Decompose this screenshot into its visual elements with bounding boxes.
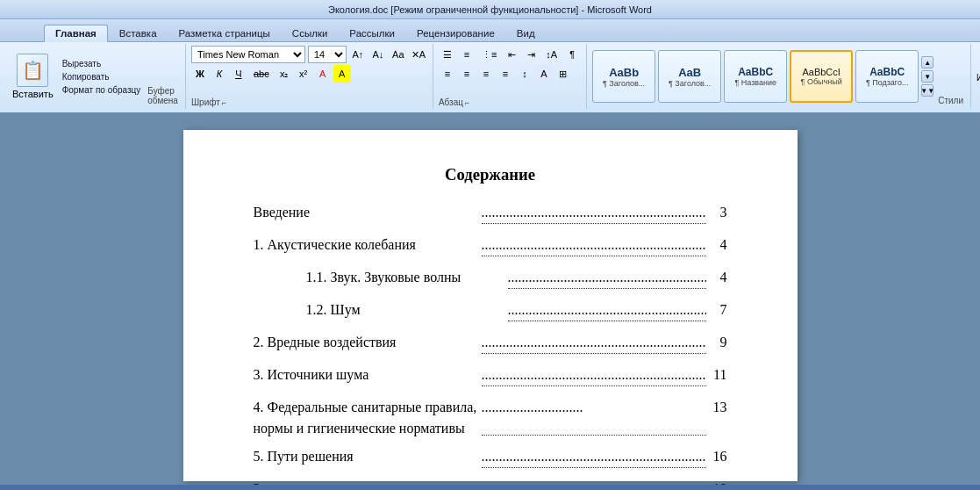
toc-entry: Введение................................… (254, 202, 727, 227)
styles-scroll-down[interactable]: ▼ (921, 70, 934, 83)
justify-button[interactable]: ≡ (497, 65, 514, 83)
style-normal[interactable]: AaBbCcI ¶ Обычный (790, 50, 853, 103)
clipboard-group: 📋 Вставить Вырезать Копировать Формат по… (4, 44, 186, 109)
grow-font-button[interactable]: A↑ (349, 46, 367, 63)
superscript-button[interactable]: x² (295, 65, 312, 83)
styles-scroll: ▲ ▼ ▼▼ (921, 56, 934, 97)
align-left-button[interactable]: ≡ (439, 65, 456, 83)
tab-rassylki[interactable]: Рассылки (339, 25, 405, 41)
decrease-indent-button[interactable]: ⇤ (503, 46, 520, 63)
style-title[interactable]: AaBbC ¶ Название (724, 50, 787, 103)
title-bar: Экология.doc [Режим ограниченной функцио… (0, 0, 980, 19)
cut-button[interactable]: Вырезать (59, 58, 145, 69)
multilevel-list-button[interactable]: ⋮≡ (477, 46, 501, 63)
style-subheading[interactable]: AaBbC ¶ Подзаго... (855, 50, 919, 103)
line-spacing-button[interactable]: ↕ (516, 65, 533, 83)
styles-scroll-up[interactable]: ▲ (921, 56, 934, 68)
paragraph-group: ☰ ≡ ⋮≡ ⇤ ⇥ ↕A ¶ ≡ ≡ ≡ ≡ ↕ A ⊞ Абзац ⌐ (433, 44, 587, 109)
paste-icon: 📋 (17, 54, 48, 87)
ribbon-content: 📋 Вставить Вырезать Копировать Формат по… (0, 42, 980, 112)
shrink-font-button[interactable]: A↓ (369, 46, 387, 63)
change-styles-label: Изменить стили (976, 73, 980, 94)
para-row-2: ≡ ≡ ≡ ≡ ↕ A ⊞ (439, 65, 581, 83)
para-group-label: Абзац ⌐ (439, 97, 581, 107)
strikethrough-button[interactable]: аbc (249, 65, 274, 83)
toc-title: Содержание (254, 165, 727, 184)
font-row-1: Times New Roman 14 A↑ A↓ Аа ✕A (191, 46, 427, 63)
toc-container: Введение................................… (254, 202, 727, 485)
change-styles-button[interactable]: Aa Изменить стили ▼ (971, 44, 980, 109)
font-group: Times New Roman 14 A↑ A↓ Аа ✕A Ж К Ч аbc… (186, 44, 433, 109)
toc-entry: 1.2. Шум................................… (254, 299, 727, 325)
font-size-select[interactable]: 14 (308, 46, 347, 63)
toc-entry: 3. Источники шума.......................… (254, 364, 727, 390)
clipboard-small-btns: Вырезать Копировать Формат по образцу (59, 46, 145, 107)
style-heading2[interactable]: AaB ¶ Заголов... (658, 50, 721, 103)
font-dialog-launcher[interactable]: ⌐ (222, 98, 226, 107)
clipboard-group-label: Буфер обмена (144, 84, 182, 107)
sort-button[interactable]: ↕A (541, 46, 562, 63)
document-page: Содержание Введение.....................… (183, 130, 798, 481)
ribbon-tabs: Главная Вставка Разметка страницы Ссылки… (0, 19, 980, 42)
toc-entry: 4. Федеральные санитарные правила, нормы… (254, 397, 727, 439)
toc-entry: Заключение..............................… (254, 479, 727, 485)
subscript-button[interactable]: x₂ (275, 65, 293, 83)
tab-razmetka[interactable]: Разметка страницы (168, 25, 281, 41)
toc-entry: 2. Вредные воздействия..................… (254, 332, 727, 357)
para-row-1: ☰ ≡ ⋮≡ ⇤ ⇥ ↕A ¶ (439, 46, 581, 63)
clear-format-button[interactable]: ✕A (410, 46, 427, 63)
bold-button[interactable]: Ж (191, 65, 209, 83)
text-color-button[interactable]: А (314, 65, 332, 83)
styles-list: AaBb ¶ Заголов... AaB ¶ Заголов... AaBbC… (592, 50, 919, 103)
shading-button[interactable]: A (535, 65, 553, 83)
toc-entry: 1. Акустические колебания...............… (254, 234, 727, 260)
increase-indent-button[interactable]: ⇥ (522, 46, 540, 63)
para-dialog-launcher[interactable]: ⌐ (465, 98, 469, 107)
font-name-select[interactable]: Times New Roman (191, 46, 305, 63)
toc-entry: 1.1. Звук. Звуковые волны...............… (254, 267, 727, 292)
paste-label: Вставить (12, 89, 54, 99)
align-right-button[interactable]: ≡ (477, 65, 495, 83)
align-center-button[interactable]: ≡ (458, 65, 476, 83)
tab-vstavka[interactable]: Вставка (109, 25, 168, 41)
format-painter-button[interactable]: Формат по образцу (59, 84, 145, 96)
styles-dropdown[interactable]: ▼▼ (921, 84, 934, 97)
styles-group: AaBb ¶ Заголов... AaB ¶ Заголов... AaBbC… (587, 44, 971, 109)
show-marks-button[interactable]: ¶ (563, 46, 581, 63)
tab-vid[interactable]: Вид (506, 25, 546, 41)
highlight-button[interactable]: A (333, 65, 351, 83)
copy-button[interactable]: Копировать (59, 71, 145, 83)
italic-button[interactable]: К (211, 65, 228, 83)
font-group-label: Шрифт ⌐ (191, 97, 427, 107)
underline-button[interactable]: Ч (230, 65, 247, 83)
font-format-row: Ж К Ч аbc x₂ x² А A (191, 65, 427, 83)
document-area: Содержание Введение.....................… (0, 112, 980, 485)
title-text: Экология.doc [Режим ограниченной функцио… (328, 4, 652, 15)
style-heading1[interactable]: AaBb ¶ Заголов... (592, 50, 655, 103)
borders-button[interactable]: ⊞ (554, 65, 572, 83)
tab-recenzirovanie[interactable]: Рецензирование (406, 25, 505, 41)
toc-entry: 5. Пути решения.........................… (254, 446, 727, 472)
tab-ssylki[interactable]: Ссылки (282, 25, 339, 41)
change-case-button[interactable]: Аа (390, 46, 407, 63)
bullets-button[interactable]: ☰ (439, 46, 456, 63)
numbering-button[interactable]: ≡ (458, 46, 476, 63)
styles-group-label: Стили (936, 94, 965, 107)
tab-glavnaya[interactable]: Главная (44, 25, 108, 42)
paste-button[interactable]: 📋 Вставить (7, 46, 59, 107)
